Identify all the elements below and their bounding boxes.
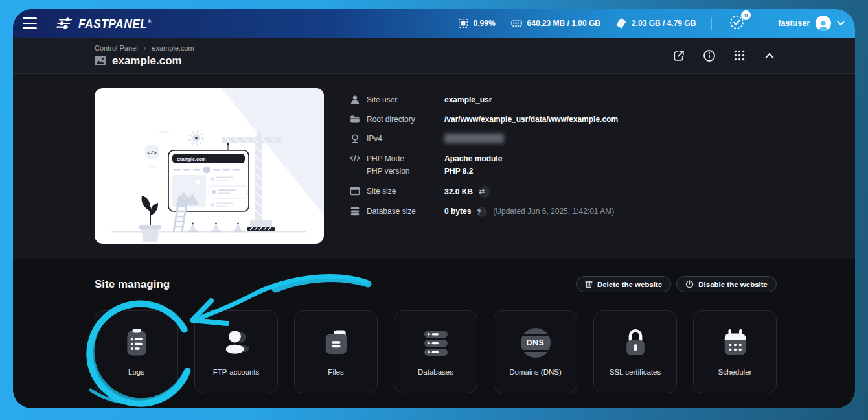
root-directory-value: /var/www/example_usr/data/www/example.co…: [444, 114, 618, 125]
card-ssl-certificates[interactable]: SSL certificates: [593, 310, 677, 393]
illustration-domain-text: example.com: [177, 157, 205, 162]
info-icon[interactable]: [703, 49, 716, 62]
disable-website-button[interactable]: Disable the website: [676, 276, 777, 292]
desktop-background: { "topbar": { "logo": "FASTPANEL", "logo…: [0, 0, 868, 420]
logs-icon: [120, 325, 154, 360]
breadcrumb: Control Panel › example.com: [95, 44, 194, 52]
php-mode-value: Apache module: [444, 153, 502, 165]
username: fastuser: [778, 19, 810, 28]
code-icon: [350, 153, 360, 163]
notification-badge: 0: [741, 10, 751, 20]
collapse-icon[interactable]: [763, 49, 776, 62]
svg-text:</>: </>: [147, 150, 157, 156]
managing-cards: Logs FTP-accounts Files Databases: [95, 310, 777, 393]
breadcrumb-control-panel[interactable]: Control Panel: [95, 44, 138, 52]
root-directory-row: Root directory /var/www/example_usr/data…: [350, 114, 803, 125]
notifications-button[interactable]: 0: [729, 14, 745, 32]
card-databases-label: Databases: [418, 368, 453, 376]
disk-icon: [616, 18, 626, 29]
ram-icon: [511, 18, 522, 29]
card-scheduler-label: Scheduler: [718, 368, 752, 376]
site-image-icon: [95, 56, 106, 65]
site-size-label: Site size: [367, 186, 444, 197]
database-size-label: Database size: [367, 206, 444, 217]
site-user-row: Site user example_usr: [350, 95, 803, 106]
card-ssl-certificates-label: SSL certificates: [610, 368, 661, 376]
breadcrumb-current[interactable]: example.com: [152, 44, 194, 52]
card-ftp-accounts[interactable]: FTP-accounts: [194, 310, 278, 393]
power-icon: [685, 280, 694, 288]
php-version-label: PHP version: [367, 165, 444, 178]
window-icon: [350, 186, 360, 196]
files-icon: [319, 325, 353, 360]
location-icon: [350, 134, 360, 144]
sliders-icon: [56, 18, 74, 32]
database-size-value: 0 bytes: [444, 206, 471, 217]
disk-stat[interactable]: 2.03 GB / 4.79 GB: [616, 18, 696, 29]
folder-icon: [350, 114, 360, 124]
page-title: example.com: [112, 54, 182, 67]
cpu-stat[interactable]: 0.99%: [458, 18, 496, 29]
ram-stat[interactable]: 640.23 MB / 1.00 GB: [511, 18, 600, 29]
help-icon[interactable]: ?: [477, 207, 487, 217]
top-navbar: FASTPANEL ® 0.99% 640.23 MB / 1.00 GB 2.…: [13, 9, 855, 38]
card-logs-label: Logs: [128, 368, 144, 376]
cpu-icon: [458, 18, 468, 29]
root-directory-label: Root directory: [367, 114, 444, 125]
app-panel: FASTPANEL ® 0.99% 640.23 MB / 1.00 GB 2.…: [13, 9, 855, 408]
dns-globe-text: DNS: [527, 338, 545, 347]
ssl-lock-icon: [619, 325, 652, 360]
fastpanel-logo[interactable]: FASTPANEL ®: [57, 16, 152, 31]
site-size-row: Site size 32.0 KB ⇄: [350, 186, 803, 198]
ftp-accounts-icon: [220, 325, 253, 360]
delete-website-label: Delete the website: [597, 281, 662, 288]
user-icon: [350, 95, 360, 105]
databases-icon: [419, 325, 453, 360]
card-databases[interactable]: Databases: [394, 310, 477, 393]
menu-icon[interactable]: [18, 12, 41, 35]
breadcrumb-separator: ›: [144, 44, 146, 52]
open-site-icon[interactable]: [672, 49, 685, 62]
avatar: [816, 16, 831, 31]
site-user-value: example_usr: [444, 95, 492, 106]
refresh-icon[interactable]: ⇄: [479, 186, 490, 198]
card-ftp-accounts-label: FTP-accounts: [213, 368, 260, 376]
database-size-row: Database size 0 bytes ? (Updated Jun 6, …: [350, 206, 803, 217]
page-header: Control Panel › example.com example.com: [13, 38, 855, 74]
scheduler-calendar-icon: [718, 325, 752, 360]
card-logs[interactable]: Logs: [95, 310, 178, 393]
user-menu[interactable]: fastuser: [778, 16, 845, 31]
chevron-down-icon: [837, 21, 845, 26]
database-size-note: (Updated Jun 6, 2025, 1:42:01 AM): [493, 206, 614, 217]
divider: [762, 17, 762, 30]
ipv4-redacted-value: [444, 134, 504, 143]
site-managing-section: Site managing Delete the website Disable…: [13, 259, 855, 408]
divider: [711, 17, 712, 30]
php-mode-label: PHP Mode: [367, 153, 444, 165]
cpu-value: 0.99%: [474, 19, 496, 28]
disk-value: 2.03 GB / 4.79 GB: [632, 19, 696, 28]
site-size-value: 32.0 KB: [444, 187, 473, 198]
site-managing-title: Site managing: [95, 278, 170, 291]
card-files[interactable]: Files: [294, 310, 378, 393]
site-details: Site user example_usr Root directory /va…: [350, 95, 803, 226]
logo-registered-mark: ®: [148, 19, 151, 24]
card-files-label: Files: [328, 368, 343, 376]
system-stats: 0.99% 640.23 MB / 1.00 GB 2.03 GB / 4.79…: [458, 14, 845, 32]
ram-value: 640.23 MB / 1.00 GB: [527, 19, 600, 28]
header-left: Control Panel › example.com example.com: [95, 44, 194, 67]
card-scheduler[interactable]: Scheduler: [693, 310, 777, 393]
trash-icon: [585, 280, 593, 288]
card-domains-dns-label: Domains (DNS): [509, 368, 562, 376]
ipv4-row: IPv4: [350, 134, 803, 145]
php-version-value: PHP 8.2: [444, 165, 502, 178]
dns-globe-icon: DNS: [521, 325, 551, 360]
card-domains-dns[interactable]: DNS Domains (DNS): [494, 310, 577, 393]
delete-website-button[interactable]: Delete the website: [576, 276, 671, 292]
logo-text: FASTPANEL: [78, 18, 147, 31]
header-actions: [672, 49, 776, 62]
site-user-label: Site user: [367, 95, 444, 106]
apps-grid-icon[interactable]: [733, 49, 746, 62]
ipv4-label: IPv4: [367, 134, 444, 145]
site-info-section: example.com: [13, 74, 855, 259]
